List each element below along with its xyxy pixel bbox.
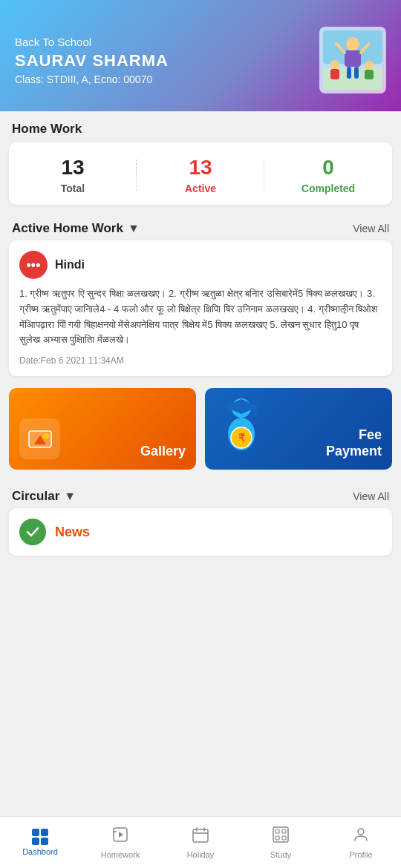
fee-payment-label: Fee Payment	[326, 427, 382, 459]
header-name: SAURAV SHARMA	[15, 51, 169, 70]
svg-rect-8	[354, 67, 359, 79]
svg-rect-10	[330, 69, 339, 79]
header-class-info: Class: STDIII, A, Ecno: 00070	[15, 73, 169, 85]
fee-icon-container: ₹	[215, 393, 267, 459]
homework-card: ••• Hindi 1. ग्रीष्म ऋतुपर एि सुन्दर षिक…	[9, 240, 392, 376]
nav-holiday[interactable]: Holiday	[160, 826, 241, 859]
active-hw-title[interactable]: Active Home Work ▼	[12, 221, 140, 236]
svg-point-9	[330, 60, 339, 69]
gallery-card[interactable]: Gallery	[9, 388, 196, 470]
gallery-label: Gallery	[140, 444, 186, 460]
svg-rect-12	[365, 70, 374, 79]
svg-text:₹: ₹	[238, 432, 245, 444]
svg-point-35	[358, 829, 364, 835]
header: Back To School SAURAV SHARMA Class: STDI…	[0, 0, 401, 111]
study-icon	[272, 826, 290, 848]
nav-study[interactable]: Study	[241, 826, 321, 859]
nav-profile-label: Profile	[349, 850, 372, 859]
stat-active-label: Active	[137, 183, 264, 194]
circular-header: Circular ▼ View All	[0, 481, 401, 508]
holiday-icon	[192, 826, 209, 848]
svg-marker-24	[119, 832, 123, 838]
chevron-down-icon: ▼	[128, 222, 140, 235]
nav-profile[interactable]: Profile	[321, 826, 401, 859]
circular-title-text: Circular	[12, 489, 59, 504]
circular-news-label: News	[55, 525, 90, 540]
active-hw-header: Active Home Work ▼ View All	[0, 214, 401, 240]
circular-title[interactable]: Circular ▼	[12, 489, 76, 504]
svg-rect-32	[282, 829, 286, 833]
svg-rect-34	[282, 836, 286, 840]
nav-study-label: Study	[270, 850, 291, 859]
stat-completed: 0 Completed	[264, 156, 392, 194]
svg-rect-31	[276, 829, 279, 833]
circular-chevron-down-icon: ▼	[64, 490, 76, 503]
nav-holiday-label: Holiday	[187, 850, 215, 859]
circular-card[interactable]: News	[9, 508, 392, 556]
homework-stats-card: 13 Total 13 Active 0 Completed	[9, 142, 392, 205]
nav-dashboard-label: Dashbord	[22, 847, 58, 856]
stat-completed-number: 0	[264, 156, 392, 180]
svg-rect-26	[193, 829, 208, 842]
nav-homework-label: Homework	[101, 850, 140, 859]
svg-marker-20	[224, 399, 258, 414]
circular-check-icon	[19, 519, 46, 545]
fee-payment-card[interactable]: ₹ Fee Payment	[205, 388, 392, 470]
check-icon	[25, 525, 40, 539]
dashboard-icon	[32, 829, 48, 845]
stat-total-number: 13	[9, 156, 137, 180]
nav-dashboard[interactable]: Dashbord	[0, 829, 80, 856]
stat-active: 13 Active	[137, 156, 264, 194]
hw-content: 1. ग्रीष्म ऋतुपर एि सुन्दर षिक्षा ळलखखए।…	[19, 286, 382, 348]
svg-rect-4	[345, 50, 361, 67]
fee-icon: ₹	[215, 393, 267, 456]
bottom-nav: Dashbord Homework Holiday	[0, 816, 401, 868]
hw-subject-name: Hindi	[55, 258, 85, 272]
gallery-icon	[27, 426, 53, 453]
stat-completed-label: Completed	[264, 183, 392, 194]
circular-view-all[interactable]: View All	[353, 490, 389, 502]
svg-rect-7	[347, 67, 351, 79]
svg-point-11	[365, 61, 374, 70]
stat-active-number: 13	[137, 156, 264, 180]
svg-rect-33	[276, 836, 279, 840]
svg-point-22	[253, 412, 258, 417]
avatar	[319, 27, 386, 93]
active-hw-title-text: Active Home Work	[12, 221, 123, 236]
stat-total: 13 Total	[9, 156, 137, 194]
header-text: Back To School SAURAV SHARMA Class: STDI…	[15, 36, 169, 85]
nav-homework[interactable]: Homework	[80, 826, 160, 859]
homework-view-all[interactable]: View All	[353, 223, 389, 234]
profile-icon	[352, 826, 370, 848]
hw-date: Date:Feb 6 2021 11:34AM	[19, 355, 382, 366]
avatar-image	[319, 27, 386, 93]
hw-card-header: ••• Hindi	[19, 251, 382, 279]
gallery-icon-container	[19, 418, 60, 459]
homework-icon	[111, 826, 129, 848]
quick-links: Gallery ₹ Fee Payment	[0, 388, 401, 481]
stat-total-label: Total	[9, 183, 137, 194]
gallery-icon-bg	[19, 418, 60, 459]
hw-subject-icon: •••	[19, 251, 48, 279]
hw-subject-icon-dots: •••	[27, 257, 41, 273]
svg-point-15	[43, 433, 49, 439]
svg-point-3	[346, 37, 359, 50]
header-subtitle: Back To School	[15, 36, 169, 48]
homework-section-label: Home Work	[0, 111, 401, 142]
